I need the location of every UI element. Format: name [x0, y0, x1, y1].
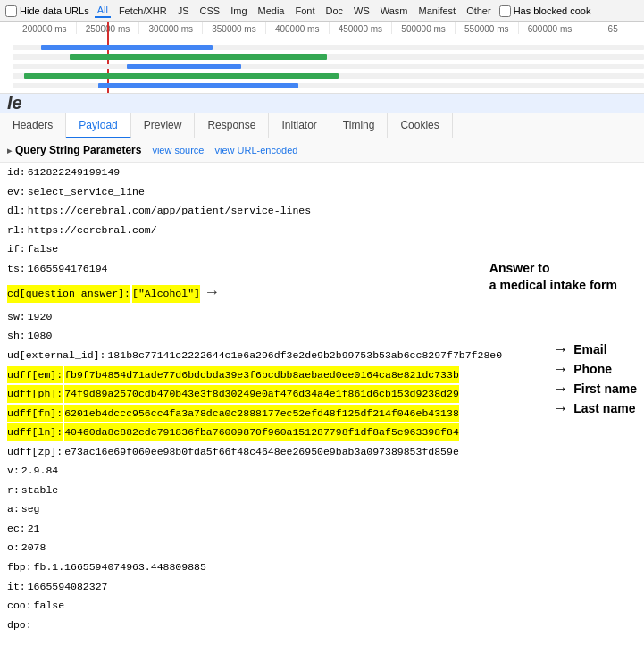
param-row: ec: 21	[7, 519, 637, 539]
param-key: r:	[7, 482, 20, 499]
waterfall-row	[13, 83, 644, 88]
param-row: a: seg	[7, 499, 637, 519]
filter-other[interactable]: Other	[464, 4, 494, 17]
param-key: if:	[7, 240, 26, 258]
filter-js[interactable]: JS	[175, 4, 192, 17]
param-row: if: false	[7, 239, 637, 259]
param-value: false	[34, 597, 65, 615]
param-row: udff[zp]: e73ac16e69f060ee98b0fda5f66f48…	[7, 442, 637, 462]
param-value: false	[28, 240, 59, 258]
param-key: sh:	[7, 327, 26, 345]
timeline-tick: 400000 ms	[265, 22, 329, 34]
waterfall-bar	[41, 45, 213, 50]
row-icon: Ie	[7, 94, 22, 113]
param-row: dl: https://cerebral.com/app/patient/ser…	[7, 201, 637, 221]
filter-ws[interactable]: WS	[351, 4, 372, 17]
param-key: cd[question_answer]:	[7, 285, 130, 303]
param-row: udff[ln]: 40460da8c882cdc791836fba760098…	[7, 423, 637, 442]
param-row: fbp: fb.1.1665594074963.448809885	[7, 557, 637, 577]
params-wrapper: id: 612822249199149ev: select_service_li…	[0, 163, 644, 634]
param-value: 21	[28, 520, 40, 538]
param-key: rl:	[7, 222, 26, 239]
param-key: ec:	[7, 520, 26, 538]
tab-payload[interactable]: Payload	[66, 113, 130, 138]
param-key: ts:	[7, 260, 26, 278]
param-key: udff[ph]:	[7, 385, 63, 403]
param-key: a:	[7, 500, 20, 518]
param-row: cd[question_answer]: ["Alcohol"]→	[7, 278, 637, 307]
tab-timing[interactable]: Timing	[330, 113, 389, 138]
param-row: ts: 1665594176194	[7, 259, 637, 279]
waterfall-bar	[98, 83, 298, 88]
param-value: 1665594082327	[28, 578, 108, 596]
param-value: 181b8c77141c2222644c1e6a296df3e2de9b2b99…	[107, 347, 502, 365]
timeline: 200000 ms250000 ms300000 ms350000 ms4000…	[0, 22, 644, 94]
section-header: Query String Parameters view source view…	[0, 138, 644, 163]
waterfall	[13, 42, 644, 91]
tab-cookies[interactable]: Cookies	[388, 113, 452, 138]
hide-data-urls-checkbox[interactable]: Hide data URLs	[5, 5, 89, 17]
filter-font[interactable]: Font	[292, 4, 317, 17]
param-value: 1080	[28, 327, 53, 345]
waterfall-row	[13, 64, 644, 70]
param-value: seg	[21, 500, 40, 518]
waterfall-bar	[70, 54, 327, 60]
param-value: 612822249199149	[28, 163, 121, 181]
param-value: stable	[21, 482, 58, 499]
param-key: ev:	[7, 183, 26, 201]
toolbar: Hide data URLs All Fetch/XHR JS CSS Img …	[0, 0, 644, 22]
param-row: rl: https://cerebral.com/	[7, 221, 637, 240]
param-value: 6201eb4dccc956cc4fa3a78dca0c2888177ec52e…	[64, 405, 459, 423]
param-key: v:	[7, 462, 20, 480]
param-row: v: 2.9.84	[7, 461, 637, 481]
param-value: select_service_line	[28, 183, 145, 201]
param-row: r: stable	[7, 481, 637, 500]
param-row: coo: false	[7, 596, 637, 616]
param-key: it:	[7, 578, 26, 596]
filter-img[interactable]: Img	[228, 4, 249, 17]
param-row: sh: 1080	[7, 326, 637, 346]
param-key: dpo:	[7, 616, 32, 634]
tab-response[interactable]: Response	[195, 113, 269, 138]
filter-fetch-xhr[interactable]: Fetch/XHR	[116, 4, 170, 17]
param-row: udff[em]: fb9f7b4854d71ade77d6bdcbda39e3…	[7, 365, 637, 385]
param-value: https://cerebral.com/	[28, 222, 157, 239]
timeline-tick: 550000 ms	[455, 22, 518, 34]
tab-preview[interactable]: Preview	[131, 113, 196, 138]
filter-media[interactable]: Media	[255, 4, 288, 17]
param-value: 40460da8c882cdc791836fba76009870f960a151…	[64, 423, 459, 441]
section-title: Query String Parameters	[7, 144, 141, 156]
params-content: id: 612822249199149ev: select_service_li…	[0, 163, 644, 634]
waterfall-row	[13, 45, 644, 50]
timeline-tick: 65	[581, 22, 644, 34]
param-value: 1920	[28, 308, 53, 326]
param-value: e73ac16e69f060ee98b0fda5f66f48c4648ee269…	[64, 443, 459, 461]
timeline-tick: 300000 ms	[138, 22, 202, 34]
tab-headers[interactable]: Headers	[0, 113, 66, 138]
timeline-tick: 350000 ms	[202, 22, 265, 34]
param-value: fb.1.1665594074963.448809885	[34, 558, 206, 576]
tab-initiator[interactable]: Initiator	[269, 113, 330, 138]
filter-all[interactable]: All	[95, 4, 111, 18]
timeline-tick: 450000 ms	[329, 22, 392, 34]
network-row[interactable]: Ie	[0, 94, 644, 113]
param-value: 1665594176194	[28, 260, 108, 278]
view-source-link[interactable]: view source	[152, 145, 204, 155]
param-key: sw:	[7, 308, 26, 326]
param-key: id:	[7, 163, 26, 181]
has-blocked-cookies-checkbox[interactable]: Has blocked cook	[499, 5, 591, 17]
param-value: ["Alcohol"]	[132, 285, 200, 303]
param-key: dl:	[7, 202, 26, 220]
callout-arrow-icon: →	[207, 279, 217, 306]
param-value: 2078	[21, 539, 46, 557]
filter-doc[interactable]: Doc	[322, 4, 346, 17]
param-key: coo:	[7, 597, 32, 615]
tabs-bar: HeadersPayloadPreviewResponseInitiatorTi…	[0, 113, 644, 138]
filter-manifest[interactable]: Manifest	[416, 4, 459, 17]
filter-css[interactable]: CSS	[197, 4, 223, 17]
param-key: udff[ln]:	[7, 423, 63, 441]
param-value: 74f9d89a2570cdb470b43e3f8d30249e0af476d3…	[64, 385, 459, 403]
view-url-encoded-link[interactable]: view URL-encoded	[214, 145, 297, 155]
param-row: udff[ph]: 74f9d89a2570cdb470b43e3f8d3024…	[7, 384, 637, 404]
filter-wasm[interactable]: Wasm	[378, 4, 411, 17]
